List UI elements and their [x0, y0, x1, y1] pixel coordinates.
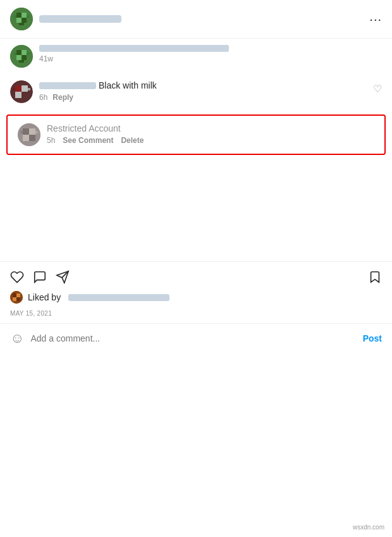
svg-rect-36 — [16, 297, 20, 301]
liked-avatar — [10, 291, 23, 304]
svg-rect-3 — [16, 18, 21, 23]
svg-rect-12 — [21, 55, 27, 60]
comments-section: 41w Black with milk — [0, 39, 392, 155]
comment-icon[interactable] — [33, 268, 47, 285]
comment-text-line: Black with milk — [39, 80, 382, 90]
spacer — [0, 160, 392, 261]
action-icons-bar — [0, 262, 392, 288]
reply-link[interactable]: Reply — [52, 93, 73, 102]
like-icon[interactable] — [10, 268, 24, 285]
more-options-button[interactable]: ··· — [369, 12, 382, 27]
post-header-left — [10, 8, 121, 30]
comment-input[interactable] — [30, 333, 356, 343]
svg-rect-26 — [23, 135, 29, 141]
restricted-avatar — [18, 123, 40, 146]
svg-rect-34 — [16, 293, 20, 297]
bottom-section: Liked by MAY 15, 2021 — [0, 261, 392, 323]
svg-rect-27 — [29, 135, 35, 141]
username-blurred — [39, 15, 121, 23]
comment-item: 41w — [0, 39, 392, 74]
svg-rect-13 — [14, 52, 16, 55]
svg-rect-17 — [15, 85, 21, 92]
svg-rect-19 — [15, 92, 21, 98]
avatar — [10, 45, 33, 68]
svg-rect-18 — [21, 85, 28, 92]
svg-rect-9 — [16, 50, 21, 55]
comment-text: Black with milk — [99, 80, 157, 90]
restricted-comment-box: Restricted Account 5h See Comment Delete — [6, 114, 386, 155]
comment-body: 41w — [39, 45, 382, 63]
svg-rect-28 — [20, 131, 23, 133]
heart-icon[interactable]: ♡ — [373, 83, 382, 94]
comment-meta: 41w — [39, 54, 382, 63]
svg-rect-10 — [21, 50, 27, 55]
restricted-username: Restricted Account — [47, 123, 374, 133]
comment-like: ♡ — [373, 83, 382, 95]
comment-item: Black with milk 6h Reply ♡ — [0, 74, 392, 109]
restricted-timestamp: 5h — [47, 136, 55, 145]
avatar — [10, 80, 33, 103]
liked-by-bar: Liked by — [0, 288, 392, 307]
comment-timestamp: 6h — [39, 93, 47, 102]
svg-rect-29 — [35, 131, 38, 133]
comment-text-line — [39, 45, 382, 52]
svg-rect-5 — [14, 15, 16, 18]
svg-rect-25 — [29, 128, 35, 135]
svg-rect-2 — [21, 13, 27, 18]
comment-text-blurred — [39, 45, 229, 52]
see-comment-link[interactable]: See Comment — [63, 136, 113, 145]
svg-rect-4 — [21, 18, 27, 23]
svg-rect-33 — [13, 293, 16, 297]
delete-link[interactable]: Delete — [121, 136, 144, 145]
restricted-actions: 5h See Comment Delete — [47, 136, 374, 145]
svg-rect-35 — [13, 297, 16, 301]
restricted-body: Restricted Account 5h See Comment Delete — [47, 123, 374, 145]
commenter-username-blurred — [39, 82, 96, 89]
emoji-icon[interactable]: ☺ — [10, 330, 24, 347]
liked-by-text: Liked by — [28, 292, 61, 302]
svg-rect-22 — [28, 88, 30, 90]
watermark: wsxdn.com — [350, 522, 387, 532]
action-icons-left — [10, 268, 70, 285]
post-date: MAY 15, 2021 — [0, 307, 392, 323]
restricted-avatar-inner — [18, 123, 40, 146]
svg-rect-21 — [13, 88, 15, 90]
svg-rect-20 — [21, 92, 28, 98]
svg-rect-11 — [16, 55, 21, 60]
svg-rect-6 — [27, 15, 29, 18]
avatar — [10, 8, 33, 30]
comment-body: Black with milk 6h Reply — [39, 80, 382, 102]
post-header: ··· — [0, 0, 392, 39]
svg-rect-24 — [23, 128, 29, 135]
post-comment-button[interactable]: Post — [363, 333, 382, 343]
svg-rect-7 — [19, 23, 24, 25]
comment-meta: 6h Reply — [39, 93, 382, 102]
svg-rect-1 — [16, 13, 21, 18]
liked-username-blurred — [68, 294, 169, 301]
add-comment-bar: ☺ Post — [0, 323, 392, 353]
comment-timestamp: 41w — [39, 54, 53, 63]
svg-rect-14 — [27, 52, 29, 55]
share-icon[interactable] — [56, 268, 70, 285]
post-container: ··· — [0, 0, 392, 353]
svg-rect-15 — [19, 60, 24, 63]
bookmark-icon[interactable] — [368, 268, 382, 285]
